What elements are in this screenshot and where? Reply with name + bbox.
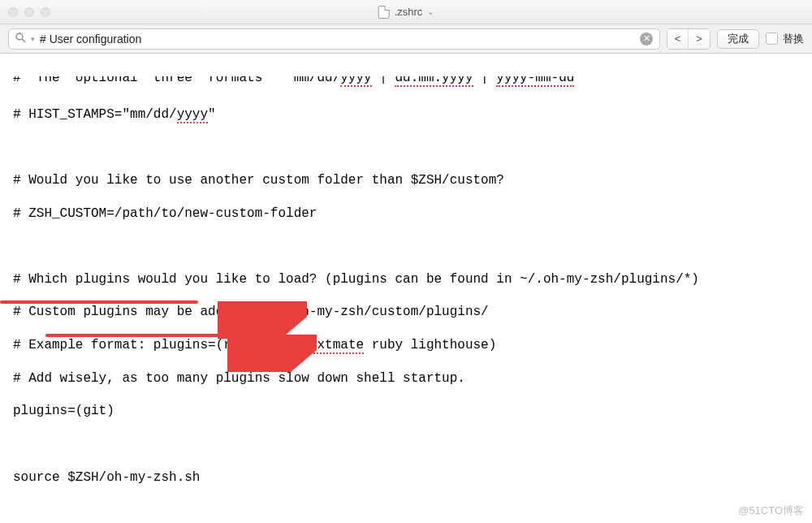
replace-checkbox[interactable] bbox=[766, 32, 778, 45]
find-bar: ▾ ✕ < > 完成 替换 bbox=[0, 24, 812, 54]
window-title: .zshrc ⌄ bbox=[378, 6, 434, 19]
find-next-button[interactable]: > bbox=[689, 29, 710, 49]
close-window-button[interactable] bbox=[8, 7, 18, 17]
code-line: # Which plugins would you like to load? … bbox=[13, 271, 799, 287]
search-options-chevron-icon[interactable]: ▾ bbox=[31, 35, 35, 43]
code-line bbox=[13, 139, 799, 155]
code-line: # ZSH_CUSTOM=/path/to/new-custom-folder bbox=[13, 205, 799, 222]
chevron-down-icon[interactable]: ⌄ bbox=[427, 7, 434, 16]
traffic-lights bbox=[8, 7, 50, 17]
spell-error: textmate bbox=[301, 338, 364, 354]
clear-search-button[interactable]: ✕ bbox=[640, 32, 653, 45]
code-line: source $ZSH/oh-my-zsh.sh bbox=[13, 469, 799, 486]
replace-toggle[interactable]: 替换 bbox=[766, 32, 804, 46]
window-titlebar: .zshrc ⌄ bbox=[0, 0, 812, 24]
search-box[interactable]: ▾ ✕ bbox=[8, 28, 660, 50]
find-done-button[interactable]: 完成 bbox=[717, 29, 759, 49]
document-icon bbox=[378, 6, 390, 19]
code-line bbox=[13, 238, 799, 254]
minimize-window-button[interactable] bbox=[24, 7, 34, 17]
code-line: # Example format: plugins=(rails git tex… bbox=[13, 337, 799, 353]
code-line: # Add wisely, as too many plugins slow d… bbox=[13, 370, 799, 387]
code-line: # HIST_STAMPS="mm/dd/yyyy" bbox=[13, 106, 799, 123]
code-line: # Would you like to use another custom f… bbox=[13, 172, 799, 188]
find-prev-button[interactable]: < bbox=[667, 29, 689, 49]
code-line: plugins=(git) bbox=[13, 403, 799, 419]
watermark: @51CTO博客 bbox=[738, 504, 804, 518]
text-editor[interactable]: # The optional three formats "mm/dd/yyyy… bbox=[0, 54, 812, 523]
replace-label: 替换 bbox=[783, 32, 804, 46]
title-text: .zshrc bbox=[395, 6, 423, 18]
code-line: # The optional three formats "mm/dd/yyyy… bbox=[13, 76, 582, 86]
code-line: # Custom plugins may be added to ~/.oh-m… bbox=[13, 304, 799, 320]
annotation-overlay bbox=[0, 54, 812, 523]
code-line bbox=[13, 436, 799, 452]
svg-line-1 bbox=[22, 39, 25, 42]
spell-error: yyyy bbox=[177, 107, 208, 123]
zoom-window-button[interactable] bbox=[41, 7, 50, 17]
svg-point-0 bbox=[16, 33, 23, 40]
search-input[interactable] bbox=[40, 32, 635, 45]
code-line bbox=[13, 502, 799, 518]
find-nav-buttons: < > bbox=[667, 28, 710, 50]
search-icon bbox=[15, 32, 26, 45]
